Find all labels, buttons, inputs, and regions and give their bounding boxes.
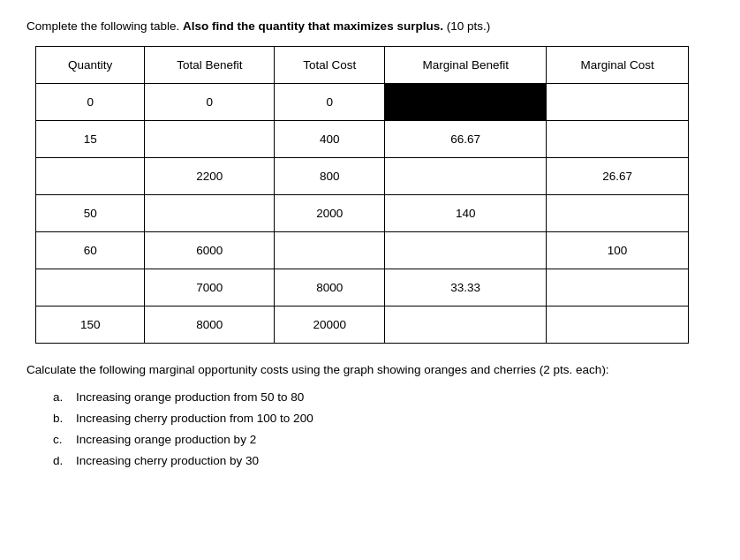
cell-total-cost: 8000 — [275, 269, 385, 306]
cell-quantity: 60 — [36, 232, 145, 269]
cell-marginal-cost — [547, 306, 689, 344]
cell-marginal-cost: 100 — [547, 232, 689, 269]
cell-total-cost: 2000 — [275, 195, 385, 232]
cell-quantity — [36, 269, 145, 306]
cell-marginal-cost — [547, 269, 689, 306]
cell-total-cost: 800 — [275, 158, 385, 195]
cell-marginal-benefit: 33.33 — [385, 269, 547, 306]
list-item-text: Increasing orange production by 2 — [76, 429, 256, 450]
cell-quantity: 0 — [36, 84, 145, 121]
data-table: Quantity Total Benefit Total Cost Margin… — [35, 46, 689, 344]
cell-marginal-cost — [547, 84, 689, 121]
list-item-text: Increasing cherry production from 100 to… — [76, 408, 313, 429]
cell-total-benefit: 6000 — [145, 232, 275, 269]
cell-quantity — [36, 158, 145, 195]
cell-marginal-benefit — [385, 232, 547, 269]
col-header-quantity: Quantity — [36, 47, 145, 84]
cell-quantity: 50 — [36, 195, 145, 232]
cell-marginal-cost: 26.67 — [547, 158, 689, 195]
list-item-label: c. — [53, 429, 69, 450]
col-header-marginal-benefit: Marginal Benefit — [385, 47, 547, 84]
cell-total-benefit — [145, 195, 275, 232]
table-row: 502000140 — [36, 195, 689, 232]
table-row: 000 — [36, 84, 689, 121]
cell-total-cost: 0 — [275, 84, 385, 121]
col-header-total-benefit: Total Benefit — [145, 47, 275, 84]
table-row: 606000100 — [36, 232, 689, 269]
table-row: 150800020000 — [36, 306, 689, 344]
list-item-label: a. — [53, 387, 69, 408]
cell-marginal-benefit — [385, 84, 547, 121]
cell-quantity: 150 — [36, 306, 145, 344]
list-item: d.Increasing cherry production by 30 — [53, 450, 714, 472]
list-item-label: d. — [53, 450, 69, 472]
section2-text: Calculate the following marginal opportu… — [26, 361, 714, 379]
cell-total-cost: 20000 — [275, 306, 385, 344]
table-header-row: Quantity Total Benefit Total Cost Margin… — [36, 47, 689, 84]
cell-marginal-benefit: 66.67 — [385, 121, 547, 158]
cell-total-benefit: 0 — [145, 84, 275, 121]
list-item: c.Increasing orange production by 2 — [53, 429, 714, 450]
instruction-bold: Also find the quantity that maximizes su… — [183, 19, 443, 33]
list-item-label: b. — [53, 408, 69, 429]
list-item: a.Increasing orange production from 50 t… — [53, 387, 714, 408]
col-header-total-cost: Total Cost — [275, 47, 385, 84]
table-row: 1540066.67 — [36, 121, 689, 158]
cell-marginal-cost — [547, 121, 689, 158]
instruction-text: Complete the following table. Also find … — [26, 18, 714, 35]
cell-total-benefit: 8000 — [145, 306, 275, 344]
table-row: 7000800033.33 — [36, 269, 689, 306]
cell-total-cost — [275, 232, 385, 269]
cell-total-benefit — [145, 121, 275, 158]
col-header-marginal-cost: Marginal Cost — [547, 47, 689, 84]
instruction-prefix: Complete the following table. — [26, 19, 183, 33]
list-item: b.Increasing cherry production from 100 … — [53, 408, 714, 429]
list-item-text: Increasing cherry production by 30 — [76, 450, 259, 472]
cell-marginal-benefit — [385, 158, 547, 195]
cell-total-cost: 400 — [275, 121, 385, 158]
cell-marginal-benefit: 140 — [385, 195, 547, 232]
table-row: 220080026.67 — [36, 158, 689, 195]
cell-total-benefit: 7000 — [145, 269, 275, 306]
list-item-text: Increasing orange production from 50 to … — [76, 387, 304, 408]
cell-quantity: 15 — [36, 121, 145, 158]
cell-marginal-cost — [547, 195, 689, 232]
cell-marginal-benefit — [385, 306, 547, 344]
cell-total-benefit: 2200 — [145, 158, 275, 195]
instruction-suffix: (10 pts.) — [443, 19, 490, 33]
opportunity-cost-list: a.Increasing orange production from 50 t… — [53, 387, 714, 473]
